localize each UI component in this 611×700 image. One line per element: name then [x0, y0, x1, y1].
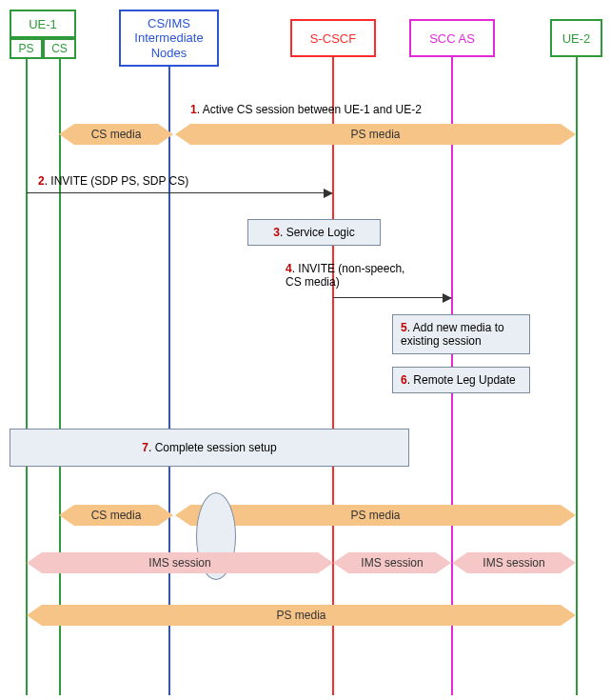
step-2-label: 2. INVITE (SDP PS, SDP CS)	[38, 174, 188, 188]
step-text: Remote Leg Update	[413, 373, 515, 387]
lifeline-ue1-cs	[59, 57, 61, 695]
step-text: Add new media to existing session	[401, 321, 504, 348]
media-ps-3: PS media	[42, 605, 561, 626]
sub-label: CS	[51, 42, 68, 55]
step-num: 6	[401, 373, 407, 387]
media-ims-3: IMS session	[467, 552, 561, 573]
actor-label: UE-1	[29, 17, 57, 31]
proc-service-logic: 3. Service Logic	[247, 219, 381, 246]
media-label: IMS session	[483, 556, 544, 570]
step-num: 7	[142, 441, 148, 454]
proc-remote-leg: 6. Remote Leg Update	[392, 367, 530, 393]
media-cs-1: CS media	[74, 124, 158, 145]
arrow-icon	[175, 505, 190, 526]
arrow-icon	[175, 124, 190, 145]
step-num: 5	[401, 321, 407, 334]
step-text: INVITE (SDP PS, SDP CS)	[50, 174, 188, 188]
step-num: 2	[38, 174, 45, 188]
media-ims-1: IMS session	[42, 552, 318, 573]
arrow-icon	[27, 552, 42, 573]
step-1-label: 1. Active CS session between UE-1 and UE…	[190, 103, 422, 116]
arrow-icon	[452, 552, 467, 573]
arrow-icon	[561, 124, 576, 145]
arrow-icon	[561, 552, 576, 573]
actor-intermediate: CS/IMS Intermediate Nodes	[119, 10, 219, 67]
step-num: 4	[286, 262, 292, 275]
arrow-icon	[333, 552, 348, 573]
actor-ue1-cs: CS	[43, 38, 76, 59]
arrow-icon	[436, 552, 451, 573]
lifeline-ue1-ps	[26, 57, 28, 695]
arrow-tip-icon	[443, 293, 452, 303]
step-num: 1	[190, 103, 197, 116]
arrow-icon	[158, 505, 173, 526]
lifeline-ue2	[576, 57, 578, 695]
step-4-label: 4. INVITE (non-speech, CS media)	[286, 262, 409, 289]
actor-label: SCC AS	[429, 31, 475, 46]
media-label: IMS session	[148, 556, 210, 570]
step-text: Active CS session between UE-1 and UE-2	[203, 103, 422, 116]
media-ps-2: PS media	[190, 505, 561, 526]
msg-invite-2	[333, 297, 451, 298]
media-ps-1: PS media	[190, 124, 561, 145]
arrow-icon	[318, 552, 333, 573]
proc-add-media: 5. Add new media to existing session	[392, 314, 530, 354]
arrow-icon	[59, 124, 74, 145]
sequence-diagram: UE-1 PS CS CS/IMS Intermediate Nodes S-C…	[0, 0, 611, 700]
proc-complete-setup: 7. Complete session setup	[10, 429, 409, 467]
actor-label: CS/IMS Intermediate Nodes	[121, 16, 217, 61]
actor-label: S-CSCF	[310, 31, 356, 46]
arrow-icon	[158, 124, 173, 145]
lifeline-scscf	[332, 57, 334, 695]
arrow-tip-icon	[324, 189, 333, 198]
media-label: PS media	[350, 128, 400, 141]
media-label: IMS session	[361, 556, 423, 570]
media-cs-2: CS media	[74, 505, 158, 526]
media-ims-2: IMS session	[348, 552, 436, 573]
msg-invite-1	[27, 192, 332, 193]
actor-ue1-ps: PS	[10, 38, 43, 59]
actor-label: UE-2	[562, 31, 591, 46]
actor-ue2: UE-2	[550, 19, 602, 57]
step-text: INVITE (non-speech, CS media)	[286, 262, 404, 289]
step-text: Complete session setup	[155, 441, 277, 454]
arrow-icon	[561, 605, 576, 626]
arrow-icon	[59, 505, 74, 526]
arrow-icon	[27, 605, 42, 626]
actor-sccas: SCC AS	[409, 19, 495, 57]
actor-ue1: UE-1	[10, 10, 76, 38]
step-text: Service Logic	[286, 226, 355, 239]
arrow-icon	[561, 505, 576, 526]
media-label: PS media	[276, 609, 325, 622]
actor-scscf: S-CSCF	[290, 19, 376, 57]
media-label: CS media	[91, 128, 142, 141]
sub-label: PS	[18, 42, 33, 55]
media-label: PS media	[350, 509, 400, 522]
step-num: 3	[273, 226, 280, 239]
media-label: CS media	[91, 509, 142, 522]
lifeline-intermediate	[168, 67, 170, 695]
